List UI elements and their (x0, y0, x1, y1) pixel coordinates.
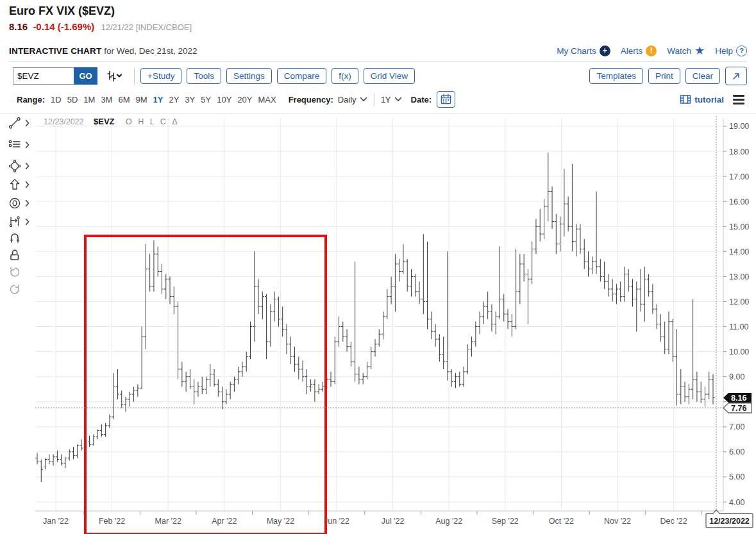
page-title: Euro FX VIX ($EVZ) (9, 4, 747, 18)
price-change: -0.14 (-1.69%) (33, 21, 94, 32)
range-3y[interactable]: 3Y (185, 95, 195, 104)
range-2y[interactable]: 2Y (169, 95, 179, 104)
go-button[interactable]: GO (74, 67, 97, 85)
templates-button[interactable]: Templates (589, 68, 643, 84)
crosshair-price-tag: 7.76 (723, 403, 752, 413)
trend-line-tool[interactable] (8, 116, 29, 130)
toolbar-divider (134, 68, 135, 85)
svg-text:O H L C Δ: O H L C Δ (126, 117, 180, 126)
range-10y[interactable]: 10Y (217, 95, 231, 104)
price-chart[interactable]: Jan '22Feb '22Mar '22Apr '22May '22Jun '… (0, 113, 756, 534)
period-dropdown[interactable]: 1Y (381, 95, 402, 104)
tutorial-link[interactable]: tutorial (680, 94, 724, 104)
range-bar: Range: 1D 5D 1M 3M 6M 9M 1Y 2Y 3Y 5Y 10Y… (0, 85, 756, 113)
range-1y[interactable]: 1Y (153, 95, 164, 104)
print-button[interactable]: Print (648, 68, 680, 84)
section-bar: INTERACTIVE CHART for Wed, Dec 21st, 202… (9, 45, 747, 62)
magnet-icon (8, 231, 22, 246)
chart-legend: 12/23/2022$EVZO H L C Δ (44, 117, 180, 126)
svg-text:Jun '22: Jun '22 (324, 517, 349, 526)
frequency-label: Frequency: (289, 95, 333, 104)
quote-row: 8.16 -0.14 (-1.69%) 12/21/22 [INDEX/CBOE… (9, 21, 747, 32)
svg-text:Jul '22: Jul '22 (382, 517, 405, 526)
watch-label: Watch (667, 46, 691, 56)
range-1d[interactable]: 1D (51, 95, 62, 104)
measure-tool[interactable] (8, 215, 29, 229)
period-value: 1Y (381, 95, 391, 104)
alerts-link[interactable]: Alerts ! (621, 46, 657, 56)
menu-icon[interactable] (733, 95, 747, 104)
svg-text:$EVZ: $EVZ (94, 117, 115, 126)
range-6m[interactable]: 6M (118, 95, 130, 104)
section-label: INTERACTIVE CHART (9, 46, 101, 56)
svg-text:12/23/2022: 12/23/2022 (44, 117, 84, 126)
unlock-icon (8, 248, 22, 262)
crosshair-date-tag: 12/23/2022 (706, 510, 753, 528)
watch-link[interactable]: Watch ★ (667, 45, 705, 56)
svg-text:Feb '22: Feb '22 (99, 517, 125, 526)
symbol-input[interactable] (13, 67, 74, 85)
tools-button[interactable]: Tools (187, 68, 221, 84)
settings-button[interactable]: Settings (226, 68, 272, 84)
chevron-right-icon (25, 162, 29, 170)
svg-text:Aug '22: Aug '22 (435, 517, 462, 526)
svg-text:8.16: 8.16 (731, 394, 746, 403)
measure-icon (8, 215, 22, 229)
svg-text:Apr '22: Apr '22 (212, 517, 237, 526)
range-5y[interactable]: 5Y (201, 95, 211, 104)
y-axis-labels: 4.005.006.007.008.009.0010.0011.0012.001… (729, 122, 749, 506)
my-charts-link[interactable]: My Charts + (557, 46, 610, 56)
calendar-icon (440, 93, 452, 105)
annotation-lines-tool[interactable] (8, 138, 29, 152)
drawing-tools-sidebar (0, 113, 35, 524)
svg-text:Jan '22: Jan '22 (43, 517, 69, 526)
help-link[interactable]: Help ? (715, 46, 747, 56)
range-9m[interactable]: 9M (136, 95, 147, 104)
clear-button[interactable]: Clear (685, 68, 720, 84)
compare-button[interactable]: Compare (277, 68, 327, 84)
star-icon: ★ (694, 45, 705, 56)
calendar-button[interactable] (437, 91, 455, 108)
svg-text:18.00: 18.00 (729, 147, 749, 156)
undo-tool[interactable] (8, 265, 22, 280)
svg-text:16.00: 16.00 (729, 197, 749, 206)
svg-text:May '22: May '22 (267, 517, 294, 526)
svg-text:5.00: 5.00 (729, 472, 744, 481)
svg-text:11.00: 11.00 (729, 322, 748, 331)
svg-text:4.00: 4.00 (729, 498, 744, 507)
annotation-rectangle[interactable] (85, 236, 326, 534)
svg-text:14.00: 14.00 (729, 247, 749, 256)
expand-button[interactable] (725, 67, 747, 85)
frequency-dropdown[interactable]: Daily (338, 95, 367, 104)
section-title: INTERACTIVE CHART for Wed, Dec 21st, 202… (9, 46, 197, 56)
alert-icon: ! (646, 46, 657, 56)
range-1m[interactable]: 1M (83, 95, 95, 104)
redo-tool[interactable] (8, 283, 22, 297)
chart-area[interactable]: Jan '22Feb '22Mar '22Apr '22May '22Jun '… (0, 113, 756, 534)
chevron-right-icon (25, 218, 29, 226)
circle-marker-icon (8, 196, 22, 210)
chevron-right-icon (25, 199, 29, 207)
unlock-tool[interactable] (8, 248, 22, 262)
chart-type-dropdown[interactable] (105, 70, 122, 83)
range-max[interactable]: MAX (258, 95, 276, 104)
circle-marker-tool[interactable] (8, 196, 29, 210)
range-5d[interactable]: 5D (67, 95, 78, 104)
grid-view-button[interactable]: Grid View (364, 68, 415, 84)
annotation-lines-icon (8, 138, 22, 152)
last-price: 8.16 (9, 21, 28, 32)
range-20y[interactable]: 20Y (237, 95, 252, 104)
svg-text:Nov '22: Nov '22 (604, 517, 631, 526)
date-label: Date: (411, 95, 432, 104)
svg-text:13.00: 13.00 (729, 272, 749, 281)
magnet-tool[interactable] (8, 231, 22, 246)
shapes-tool[interactable] (8, 159, 29, 173)
arrow-tool[interactable] (8, 178, 29, 192)
plus-circle-icon: + (600, 46, 610, 56)
range-bar-right: tutorial (680, 94, 747, 104)
chart-toolbar: GO +Study Tools Settings Compare f(x) Gr… (0, 62, 756, 85)
fx-button[interactable]: f(x) (332, 68, 358, 84)
toolbar-right: Templates Print Clear (589, 67, 747, 85)
study-button[interactable]: +Study (140, 68, 181, 84)
range-3m[interactable]: 3M (101, 95, 112, 104)
